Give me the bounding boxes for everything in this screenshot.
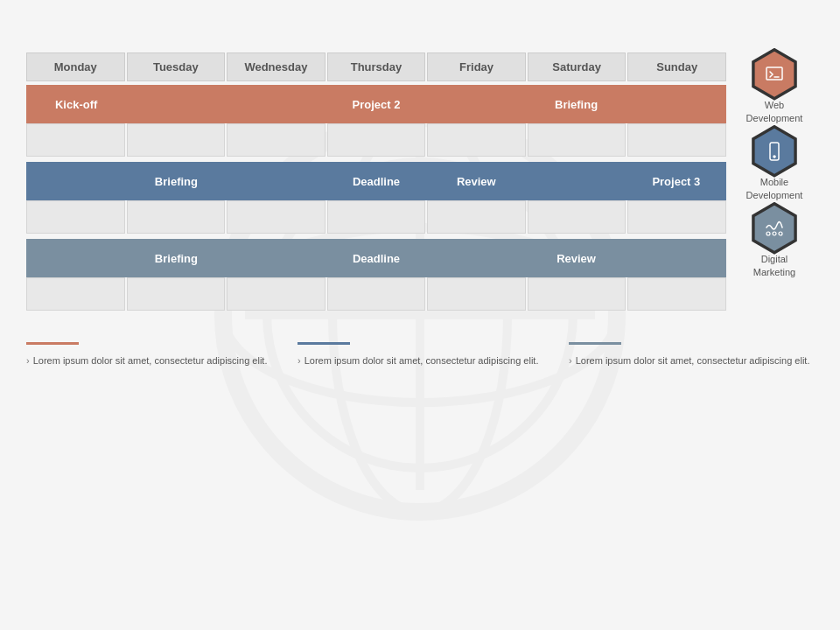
event-label-text: Project 2 <box>353 98 401 111</box>
calendar-cell <box>127 123 226 157</box>
day-header: Monday <box>26 52 125 81</box>
calendar-cell <box>227 200 326 234</box>
calendar-cell <box>26 200 125 234</box>
legend-arrow: › <box>298 354 301 368</box>
calendar-cell <box>427 123 526 157</box>
event-label-kick-off: Kick-off <box>26 85 126 123</box>
sections-container: Kick-offProject 2BriefingBriefingDeadlin… <box>26 85 726 311</box>
calendar-cell <box>427 200 526 234</box>
calendar-cell <box>127 200 226 234</box>
legend-item-0: ›Lorem ipsum dolor sit amet, consectetur… <box>26 342 271 368</box>
event-label-text: Briefing <box>155 252 198 265</box>
event-strip-digital: BriefingDeadlineReview <box>26 239 726 277</box>
icon-label-mobile: MobileDevelopment <box>746 176 803 201</box>
event-label-deadline: Deadline <box>326 162 426 200</box>
day-header: Thursday <box>327 52 426 81</box>
event-label-text: Kick-off <box>55 98 97 111</box>
calendar-cell <box>528 200 626 234</box>
legend-line-0 <box>26 342 79 345</box>
icon-wrapper-digital: DigitalMarketing <box>747 206 802 278</box>
section-web: Kick-offProject 2Briefing <box>26 85 726 157</box>
calendar-cell <box>627 200 726 234</box>
event-label-review: Review <box>426 162 526 200</box>
legend-line-1 <box>298 342 350 345</box>
calendar-cell <box>26 277 125 311</box>
event-label-briefing: Briefing <box>126 162 226 200</box>
event-label-deadline: Deadline <box>326 239 426 277</box>
legend-description: Lorem ipsum dolor sit amet, consectetur … <box>33 354 268 368</box>
calendar-cell <box>127 277 226 311</box>
event-label-text: Briefing <box>155 175 198 188</box>
legend-arrow: › <box>26 354 30 368</box>
svg-point-6 <box>774 156 775 158</box>
event-label-text: Project 3 <box>652 175 700 188</box>
svg-rect-4 <box>766 67 782 80</box>
cells-row-web <box>26 123 726 157</box>
event-label-project-2: Project 2 <box>326 85 426 123</box>
legend-arrow: › <box>569 354 572 368</box>
event-label-text: Deadline <box>353 252 400 265</box>
event-label-text: Deadline <box>353 175 400 188</box>
icon-wrapper-web: WebDevelopment <box>746 52 803 124</box>
legend-text-1: ›Lorem ipsum dolor sit amet, consectetur… <box>298 354 542 368</box>
calendar-cell <box>227 123 326 157</box>
calendar-cell <box>528 277 626 311</box>
page-content: MondayTuesdayWednesdayThursdayFridaySatu… <box>0 0 840 386</box>
main-area: MondayTuesdayWednesdayThursdayFridaySatu… <box>26 52 814 316</box>
cells-row-mobile <box>26 200 726 234</box>
day-header: Friday <box>427 52 526 81</box>
day-header: Saturday <box>528 52 626 81</box>
calendar-cell <box>327 200 426 234</box>
event-label-review: Review <box>526 239 626 277</box>
event-label-briefing: Briefing <box>126 239 226 277</box>
calendar-cell <box>327 123 426 157</box>
calendar-cell <box>528 123 626 157</box>
calendar-section: MondayTuesdayWednesdayThursdayFridaySatu… <box>26 52 726 316</box>
days-header: MondayTuesdayWednesdayThursdayFridaySatu… <box>26 52 726 81</box>
cells-row-digital <box>26 277 726 311</box>
calendar-cell <box>26 123 125 157</box>
event-label-project-3: Project 3 <box>626 162 726 200</box>
event-label-text: Review <box>457 175 496 188</box>
calendar-cell <box>427 277 526 311</box>
icon-wrapper-mobile: MobileDevelopment <box>746 130 803 201</box>
legend-item-1: ›Lorem ipsum dolor sit amet, consectetur… <box>298 342 542 368</box>
section-digital: BriefingDeadlineReview <box>26 239 726 311</box>
svg-point-9 <box>779 232 782 235</box>
calendar-cell <box>627 277 726 311</box>
legend-description: Lorem ipsum dolor sit amet, consectetur … <box>576 354 810 368</box>
day-header: Sunday <box>627 52 726 81</box>
icon-label-web: WebDevelopment <box>746 99 803 124</box>
svg-point-8 <box>773 232 776 235</box>
legend-text-2: ›Lorem ipsum dolor sit amet, consectetur… <box>569 354 814 368</box>
day-header: Wednesday <box>227 52 326 81</box>
legend-text-0: ›Lorem ipsum dolor sit amet, consectetur… <box>26 354 271 368</box>
event-strip-mobile: BriefingDeadlineReviewProject 3 <box>26 162 726 200</box>
icons-column: WebDevelopment MobileDevelopment Digital… <box>726 52 814 284</box>
legend-item-2: ›Lorem ipsum dolor sit amet, consectetur… <box>569 342 814 368</box>
day-header: Tuesday <box>127 52 226 81</box>
legend-description: Lorem ipsum dolor sit amet, consectetur … <box>304 354 539 368</box>
event-label-text: Review <box>556 252 596 265</box>
calendar-cell <box>327 277 426 311</box>
calendar-cell <box>227 277 326 311</box>
event-strip-web: Kick-offProject 2Briefing <box>26 85 726 123</box>
calendar-cell <box>627 123 726 157</box>
event-label-text: Briefing <box>555 98 598 111</box>
legend: ›Lorem ipsum dolor sit amet, consectetur… <box>26 333 814 368</box>
icon-label-digital: DigitalMarketing <box>753 253 795 278</box>
section-mobile: BriefingDeadlineReviewProject 3 <box>26 162 726 234</box>
svg-point-7 <box>766 232 770 235</box>
legend-line-2 <box>569 342 621 345</box>
event-label-briefing: Briefing <box>526 85 626 123</box>
